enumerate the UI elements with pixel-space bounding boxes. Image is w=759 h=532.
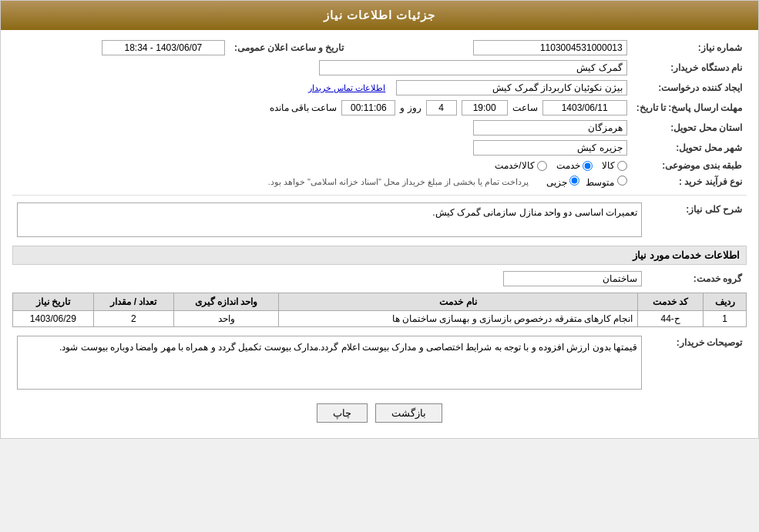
- order-number-label: شماره نیاز:: [632, 38, 747, 58]
- creator-label: ایجاد کننده درخواست:: [632, 78, 747, 98]
- cell-service-name: انجام کارهای متفرقه درخصوص بازسازی و بهس…: [278, 311, 637, 327]
- back-button[interactable]: بازگشت: [375, 403, 442, 423]
- buyer-desc-value: قیمتها بدون ارزش افزوده و با توجه به شرا…: [12, 333, 646, 392]
- province-label: استان محل تحویل:: [632, 118, 747, 138]
- deadline-value: 1403/06/11 ساعت 19:00 4 روز و 00:11:06 س…: [12, 98, 632, 118]
- col-quantity: تعداد / مقدار: [93, 293, 174, 311]
- main-content: شماره نیاز: 1103004531000013 تاریخ و ساع…: [1, 30, 758, 438]
- deadline-date-field: 1403/06/11: [542, 100, 627, 115]
- buyer-desc-table: توصیحات خریدار: قیمتها بدون ارزش افزوده …: [12, 333, 747, 392]
- order-number-value: 1103004531000013: [364, 38, 631, 58]
- page-wrapper: جزئیات اطلاعات نیاز شماره نیاز: 11030045…: [0, 0, 759, 439]
- cell-quantity: 2: [93, 311, 174, 327]
- page-header: جزئیات اطلاعات نیاز: [1, 1, 758, 30]
- purchase-radio-medium[interactable]: [617, 176, 627, 186]
- row-purchase-type: نوع فرآیند خرید : متوسط جزیی پرداخت تمام…: [12, 173, 747, 190]
- category-option-kala-khedmat[interactable]: کالا/خدمت: [495, 160, 546, 171]
- category-radio-kala-khedmat[interactable]: [537, 161, 547, 171]
- service-group-field: ساختمان: [503, 271, 642, 286]
- services-table: ردیف کد خدمت نام خدمت واحد اندازه گیری ت…: [12, 293, 747, 327]
- col-service-name: نام خدمت: [278, 293, 637, 311]
- cell-unit: واحد: [174, 311, 279, 327]
- services-section-header: اطلاعات خدمات مورد نیاز: [12, 246, 747, 265]
- category-value: کالا/خدمت خدمت کالا: [12, 158, 632, 173]
- purchase-radio-partial[interactable]: [569, 176, 579, 186]
- deadline-label: مهلت ارسال پاسخ: تا تاریخ:: [632, 98, 747, 118]
- province-field: هرمزگان: [473, 120, 627, 136]
- purchase-type-label: نوع فرآیند خرید :: [632, 173, 747, 190]
- buyer-org-value: گمرک کیش: [12, 58, 632, 78]
- page-title: جزئیات اطلاعات نیاز: [324, 8, 435, 22]
- row-deadline: مهلت ارسال پاسخ: تا تاریخ: 1403/06/11 سا…: [12, 98, 747, 118]
- public-announce-field: 1403/06/07 - 18:34: [102, 40, 225, 55]
- row-province: استان محل تحویل: هرمزگان: [12, 118, 747, 138]
- cell-service-code: ح-44: [638, 311, 704, 327]
- service-group-label: گروه خدمت:: [646, 269, 747, 289]
- purchase-type-partial[interactable]: جزیی: [546, 176, 579, 188]
- purchase-note: پرداخت تمام یا بخشی از مبلغ خریداز محل "…: [268, 177, 529, 187]
- row-buyer-desc: توصیحات خریدار: قیمتها بدون ارزش افزوده …: [12, 333, 747, 392]
- deadline-time-field: 19:00: [462, 100, 508, 115]
- city-label: شهر محل تحویل:: [632, 138, 747, 158]
- category-radio-khedmat[interactable]: [583, 161, 593, 171]
- row-buyer-org: نام دستگاه خریدار: گمرک کیش: [12, 58, 747, 78]
- deadline-days-label: روز و: [400, 102, 421, 113]
- service-group-table: گروه خدمت: ساختمان: [12, 269, 747, 289]
- category-label: طبقه بندی موضوعی:: [632, 158, 747, 173]
- table-row: 1 ح-44 انجام کارهای متفرقه درخصوص بازساز…: [13, 311, 747, 327]
- deadline-row: 1403/06/11 ساعت 19:00 4 روز و 00:11:06 س…: [17, 100, 627, 115]
- purchase-type-row: متوسط جزیی پرداخت تمام یا بخشی از مبلغ خ…: [17, 176, 627, 188]
- creator-field: بیژن نکوئیان کاربرداز گمرک کیش: [396, 80, 627, 95]
- cell-date: 1403/06/29: [13, 311, 94, 327]
- row-order-announce: شماره نیاز: 1103004531000013 تاریخ و ساع…: [12, 38, 747, 58]
- category-option-kala[interactable]: کالا: [602, 160, 627, 171]
- services-table-header-row: ردیف کد خدمت نام خدمت واحد اندازه گیری ت…: [13, 293, 747, 311]
- divider-1: [12, 195, 747, 196]
- order-number-field: 1103004531000013: [473, 40, 627, 55]
- service-group-value: ساختمان: [12, 269, 646, 289]
- province-value: هرمزگان: [12, 118, 632, 138]
- buyer-org-label: نام دستگاه خریدار:: [632, 58, 747, 78]
- row-city: شهر محل تحویل: جزیره کیش: [12, 138, 747, 158]
- public-announce-label: تاریخ و ساعت اعلان عمومی:: [230, 38, 348, 58]
- city-value: جزیره کیش: [12, 138, 632, 158]
- deadline-remaining-field: 00:11:06: [341, 100, 395, 115]
- category-option-khedmat[interactable]: خدمت: [556, 160, 593, 171]
- print-button[interactable]: چاپ: [317, 403, 368, 423]
- need-desc-field: تعمیرات اساسی دو واحد منازل سازمانی گمرک…: [17, 202, 642, 237]
- buyer-desc-label: توصیحات خریدار:: [646, 333, 747, 392]
- category-radio-kala[interactable]: [617, 161, 627, 171]
- buyer-desc-field: قیمتها بدون ارزش افزوده و با توجه به شرا…: [17, 336, 642, 390]
- deadline-remaining-label: ساعت باقی مانده: [270, 102, 338, 113]
- need-desc-value: تعمیرات اساسی دو واحد منازل سازمانی گمرک…: [12, 200, 646, 239]
- deadline-time-label: ساعت: [512, 102, 538, 113]
- public-announce-value: 1403/06/07 - 18:34: [12, 38, 230, 58]
- cell-row: 1: [704, 311, 747, 327]
- row-category: طبقه بندی موضوعی: کالا/خدمت خدمت کالا: [12, 158, 747, 173]
- buttons-row: بازگشت چاپ: [12, 403, 747, 423]
- city-field: جزیره کیش: [473, 140, 627, 156]
- row-service-group: گروه خدمت: ساختمان: [12, 269, 747, 289]
- info-table: شماره نیاز: 1103004531000013 تاریخ و ساع…: [12, 38, 747, 190]
- col-unit: واحد اندازه گیری: [174, 293, 279, 311]
- col-service-code: کد خدمت: [638, 293, 704, 311]
- need-desc-table: شرح کلی نیاز: تعمیرات اساسی دو واحد مناز…: [12, 200, 747, 239]
- row-creator: ایجاد کننده درخواست: بیژن نکوئیان کاربرد…: [12, 78, 747, 98]
- need-desc-label: شرح کلی نیاز:: [646, 200, 747, 239]
- purchase-type-medium[interactable]: متوسط: [586, 176, 626, 188]
- row-need-desc: شرح کلی نیاز: تعمیرات اساسی دو واحد مناز…: [12, 200, 747, 239]
- deadline-days-field: 4: [426, 100, 457, 115]
- col-row: ردیف: [704, 293, 747, 311]
- buyer-org-field: گمرک کیش: [319, 60, 627, 75]
- col-date: تاریخ نیاز: [13, 293, 94, 311]
- creator-value: بیژن نکوئیان کاربرداز گمرک کیش اطلاعات ت…: [12, 78, 632, 98]
- purchase-type-value: متوسط جزیی پرداخت تمام یا بخشی از مبلغ خ…: [12, 173, 632, 190]
- creator-link[interactable]: اطلاعات تماس خریدار: [308, 83, 385, 92]
- category-radio-group: کالا/خدمت خدمت کالا: [17, 160, 627, 171]
